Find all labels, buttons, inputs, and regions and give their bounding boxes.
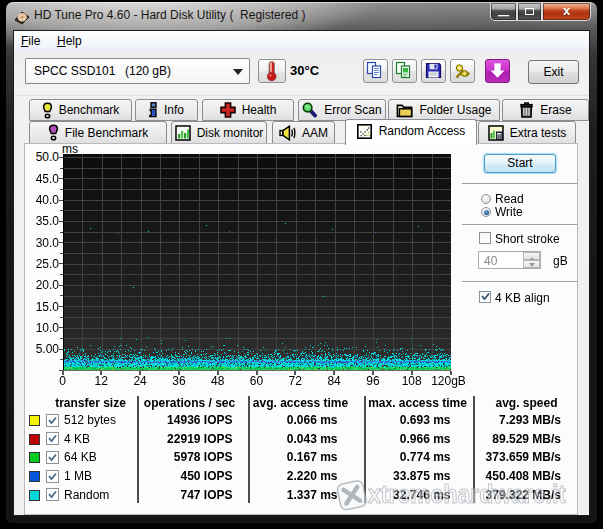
svg-text:xtremehardware.it: xtremehardware.it <box>368 479 566 509</box>
